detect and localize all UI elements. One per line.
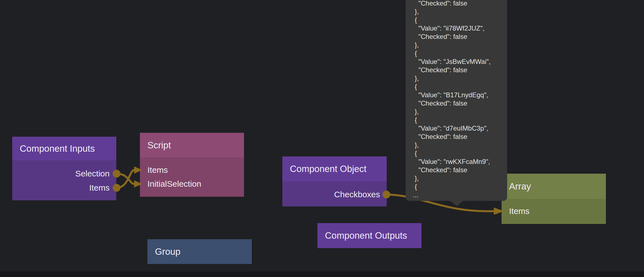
- tooltip-json-line: "Value": "B17LnydEgq",: [413, 91, 503, 99]
- tooltip-json-line: "Checked": false: [413, 133, 503, 141]
- tooltip-json-line: {: [413, 16, 503, 24]
- output-port-label-items: Items: [89, 183, 110, 193]
- tooltip-json-line: },: [413, 74, 503, 83]
- tooltip-json-line: "Value": "rwKXFcaMn9",: [413, 158, 503, 166]
- node-header[interactable]: Script: [140, 133, 244, 158]
- node-component-inputs[interactable]: Component Inputs Selection Items: [12, 137, 116, 200]
- node-header[interactable]: Component Object: [282, 156, 387, 181]
- node-header[interactable]: Group: [147, 239, 252, 264]
- node-header[interactable]: Component Inputs: [12, 137, 116, 160]
- node-component-outputs[interactable]: Component Outputs: [317, 223, 421, 248]
- output-port-label-selection: Selection: [75, 169, 110, 178]
- wire-selection-to-initialselection[interactable]: [117, 174, 134, 184]
- node-array[interactable]: Array Items: [502, 174, 606, 224]
- node-title: Group: [155, 246, 181, 257]
- tooltip-json-line: },: [413, 174, 503, 183]
- tooltip-json-line: {: [413, 149, 503, 158]
- input-port-label-initialselection: InitialSelection: [147, 179, 201, 189]
- bottom-edge-bar: [0, 271, 644, 277]
- tooltip-json-line: },: [413, 141, 503, 149]
- port-value-tooltip: "Checked": false }, { "Value": "ii78Wf2J…: [406, 0, 507, 201]
- tooltip-json-line: },: [413, 41, 503, 49]
- node-title: Array: [509, 181, 531, 192]
- node-body: [140, 158, 244, 197]
- tooltip-json-line: {: [413, 116, 503, 124]
- tooltip-json-line: "Checked": false: [413, 0, 503, 8]
- input-port-label-items: Items: [509, 206, 529, 216]
- node-component-object[interactable]: Component Object Checkboxes: [282, 156, 387, 206]
- wire-items-to-items[interactable]: [117, 170, 134, 188]
- node-header[interactable]: Component Outputs: [317, 223, 421, 248]
- tooltip-json-line: },: [413, 108, 503, 116]
- tooltip-json-line: {: [413, 183, 503, 191]
- node-header[interactable]: Array: [502, 174, 606, 199]
- node-title: Component Inputs: [20, 143, 95, 154]
- tooltip-json-line: {: [413, 49, 503, 58]
- tooltip-json-line: {: [413, 83, 503, 91]
- tooltip-json-line: "Value": "d7euIMbC3p",: [413, 124, 503, 133]
- node-editor-canvas[interactable]: Component Inputs Selection Items Script …: [0, 0, 644, 277]
- node-body: [12, 160, 116, 200]
- output-port-label-checkboxes: Checkboxes: [334, 190, 380, 199]
- node-script[interactable]: Script Items InitialSelection: [140, 133, 244, 197]
- node-title: Script: [147, 140, 171, 151]
- tooltip-json-line: "Checked": false: [413, 166, 503, 174]
- tooltip-json-line: ...: [413, 191, 503, 199]
- tooltip-json-line: "Value": "ii78Wf2JUZ",: [413, 24, 503, 33]
- tooltip-json-line: "Checked": false: [413, 33, 503, 41]
- tooltip-json-line: "Value": "JsBwEvMWai",: [413, 58, 503, 66]
- node-title: Component Outputs: [325, 230, 407, 241]
- tooltip-tail: [450, 201, 463, 206]
- tooltip-json-line: "Checked": false: [413, 66, 503, 74]
- tooltip-json-line: },: [413, 8, 503, 16]
- node-title: Component Object: [290, 164, 366, 174]
- tooltip-json-line: "Checked": false: [413, 99, 503, 108]
- input-port-label-items: Items: [147, 165, 168, 175]
- node-group[interactable]: Group: [147, 239, 252, 264]
